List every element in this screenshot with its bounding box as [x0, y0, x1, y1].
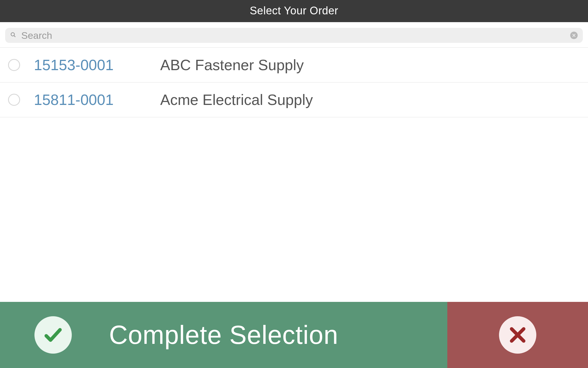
- order-row[interactable]: 15153-0001 ABC Fastener Supply: [0, 48, 588, 83]
- svg-point-0: [11, 32, 15, 36]
- order-number: 15811-0001: [34, 91, 160, 108]
- order-row[interactable]: 15811-0001 Acme Electrical Supply: [0, 83, 588, 117]
- complete-selection-label: Complete Selection: [109, 320, 338, 350]
- close-icon: [499, 316, 536, 354]
- order-name: ABC Fastener Supply: [160, 56, 304, 74]
- cancel-button[interactable]: [447, 302, 588, 368]
- complete-selection-button[interactable]: Complete Selection: [0, 302, 447, 368]
- search-bar[interactable]: [5, 28, 583, 43]
- svg-line-1: [14, 35, 16, 37]
- radio-button[interactable]: [8, 59, 20, 71]
- search-container: [0, 22, 588, 48]
- search-input[interactable]: [21, 30, 570, 41]
- order-name: Acme Electrical Supply: [160, 91, 313, 108]
- order-number: 15153-0001: [34, 56, 160, 74]
- check-icon: [34, 316, 72, 354]
- order-list: 15153-0001 ABC Fastener Supply 15811-000…: [0, 48, 588, 302]
- page-title: Select Your Order: [0, 0, 588, 22]
- clear-search-icon[interactable]: [570, 32, 578, 39]
- footer: Complete Selection: [0, 302, 588, 368]
- search-icon: [10, 32, 16, 39]
- radio-button[interactable]: [8, 94, 20, 106]
